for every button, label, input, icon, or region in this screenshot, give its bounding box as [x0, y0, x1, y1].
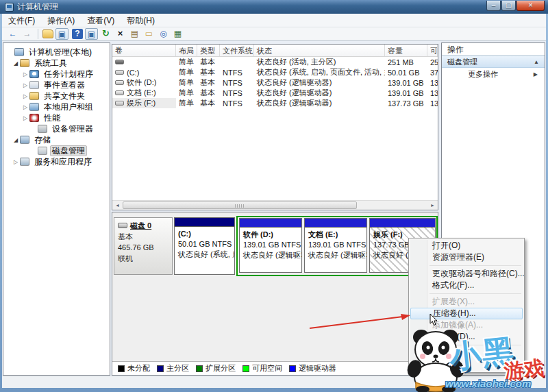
header-status[interactable]: 状态 — [254, 45, 385, 56]
disk0-info-box[interactable]: 磁盘 0 基本 465.76 GB 联机 — [114, 217, 173, 275]
menu-item-extend-volume: 扩展卷(X)... — [410, 296, 523, 308]
computer-management-window: 计算机管理 – ▢ × 文件(F) 操作(A) 查看(V) 帮助(H) ← → … — [0, 0, 548, 392]
tree-item-services-apps[interactable]: ▷ 服务和应用程序 — [3, 156, 110, 167]
extended-partition-group: 软件 (D:) 139.01 GB NTFS 状态良好 (逻辑驱动 文档 (E:… — [236, 216, 438, 276]
scrollbar-thumb[interactable] — [123, 201, 357, 209]
menu-view[interactable]: 查看(V) — [81, 14, 121, 27]
tree-item-storage[interactable]: ◢ 存储 — [3, 134, 110, 145]
table-row[interactable]: 软件 (D:) 简单 基本 NTFS 状态良好 (逻辑驱动器) 139.01 G… — [112, 77, 438, 88]
partition-c[interactable]: (C:) 50.01 GB NTFS 状态良好 (系统, 启动 — [174, 217, 235, 275]
header-type[interactable]: 类型 — [197, 45, 220, 56]
tree-item-device-manager[interactable]: 设备管理器 — [3, 123, 110, 134]
menu-item-delete-volume[interactable]: 删除卷(D)... — [410, 331, 523, 343]
delete-icon[interactable]: × — [114, 28, 127, 40]
expander-icon[interactable]: ◢ — [12, 60, 20, 66]
table-row-selected[interactable]: 娱乐 (F:) 简单 基本 NTFS 状态良好 (逻辑驱动器) 137.73 G… — [112, 98, 438, 108]
expander-icon[interactable]: ▷ — [21, 115, 29, 121]
local-users-icon — [29, 103, 39, 111]
expander-icon[interactable]: ▷ — [21, 93, 29, 99]
computer-icon — [14, 48, 24, 56]
logical-drive-strip — [370, 219, 435, 228]
properties-icon[interactable]: ▤ — [128, 28, 141, 40]
refresh-icon[interactable]: ↻ — [99, 28, 112, 40]
open-folder-icon[interactable]: ▭ — [142, 28, 155, 40]
tree-item-shared-folders[interactable]: ▷ 共享文件夹 — [3, 90, 110, 101]
scroll-left-icon[interactable]: ◄ — [112, 201, 123, 210]
system-tools-icon — [20, 59, 29, 67]
expander-icon[interactable]: ▷ — [21, 104, 29, 110]
forward-icon[interactable]: → — [21, 28, 34, 40]
tree-item-system-tools[interactable]: ◢ 系统工具 — [3, 58, 110, 69]
status-bar — [2, 376, 546, 388]
actions-header: 操作 — [442, 43, 545, 56]
expander-icon[interactable]: ▷ — [12, 159, 20, 165]
menu-item-shrink-volume[interactable]: 压缩卷(H)... — [410, 308, 523, 319]
menu-file[interactable]: 文件(F) — [2, 14, 41, 27]
header-free[interactable]: 可 — [427, 45, 438, 56]
header-layout[interactable]: 布局 — [176, 45, 197, 56]
menu-action[interactable]: 操作(A) — [41, 14, 81, 27]
tree-item-event-viewer[interactable]: ▷ 事件查看器 — [3, 79, 110, 90]
update-icon[interactable]: ▦ — [171, 28, 184, 40]
table-row[interactable]: (C:) 简单 基本 NTFS 状态良好 (系统, 启动, 页面文件, 活动, … — [112, 67, 438, 77]
toolbar-separator — [38, 29, 38, 39]
show-console-tree-icon[interactable] — [42, 29, 53, 38]
title-bar: 计算机管理 – ▢ × — [0, 0, 548, 14]
volume-icon — [115, 101, 124, 106]
header-filesystem[interactable]: 文件系统 — [220, 45, 254, 56]
console-window-icon[interactable]: ▣ — [55, 28, 68, 40]
menu-item-explorer[interactable]: 资源管理器(E) — [410, 252, 523, 263]
storage-icon — [20, 136, 29, 144]
more-actions-item[interactable]: 更多操作 ▶ — [442, 68, 545, 80]
menu-item-properties[interactable]: 属性(P) — [410, 347, 523, 359]
disk-management-icon — [38, 147, 47, 155]
partition-e[interactable]: 文档 (E:) 139.01 GB NTFS 状态良好 (逻辑驱动 — [304, 218, 367, 273]
table-row[interactable]: 文档 (E:) 简单 基本 NTFS 状态良好 (逻辑驱动器) 139.01 G… — [112, 88, 438, 98]
expander-icon[interactable]: ▷ — [21, 82, 29, 88]
volume-context-menu: 打开(O) 资源管理器(E) 更改驱动器号和路径(C)... 格式化(F)...… — [408, 238, 525, 373]
tree-item-local-users[interactable]: ▷ 本地用户和组 — [3, 101, 110, 112]
menu-item-format[interactable]: 格式化(F)... — [410, 280, 523, 291]
volume-icon — [115, 90, 124, 95]
partition-d[interactable]: 软件 (D:) 139.01 GB NTFS 状态良好 (逻辑驱动 — [239, 218, 302, 273]
scroll-right-icon[interactable]: ► — [427, 201, 438, 210]
legend-swatch-logical — [289, 365, 296, 372]
menu-separator — [429, 293, 521, 294]
tree-item-task-scheduler[interactable]: ▷ 任务计划程序 — [3, 69, 110, 79]
header-volume[interactable]: 卷 — [112, 45, 176, 56]
volume-table-header: 卷 布局 类型 文件系统 状态 容量 可 — [112, 45, 438, 57]
menu-separator — [429, 265, 521, 266]
legend-swatch-free — [242, 365, 249, 372]
back-icon[interactable]: ← — [6, 28, 19, 40]
menu-item-change-drive-letter[interactable]: 更改驱动器号和路径(C)... — [410, 268, 523, 280]
event-viewer-icon — [29, 81, 39, 89]
maximize-button[interactable]: ▢ — [501, 1, 516, 11]
actions-section-disk-management[interactable]: 磁盘管理 ▲ — [442, 56, 545, 68]
tree-item-disk-management[interactable]: 磁盘管理 — [3, 145, 110, 156]
device-manager-icon — [38, 125, 47, 133]
close-button[interactable]: × — [516, 1, 545, 11]
volume-icon — [115, 70, 124, 75]
shared-folders-icon — [29, 92, 39, 100]
expander-icon[interactable]: ◢ — [12, 137, 20, 143]
menu-item-add-mirror: 添加镜像(A)... — [410, 319, 523, 331]
performance-icon — [29, 114, 39, 122]
legend-bar: 未分配 主分区 扩展分区 可用空间 逻辑驱动器 — [112, 361, 438, 375]
minimize-button[interactable]: – — [486, 1, 501, 11]
help-icon[interactable]: ? — [72, 29, 83, 39]
find-icon[interactable]: ◎ — [157, 28, 170, 40]
tree-item-computer-management[interactable]: 计算机管理(本地) — [3, 47, 110, 58]
header-capacity[interactable]: 容量 — [385, 45, 427, 56]
window-title: 计算机管理 — [17, 1, 58, 13]
toolbar: ← → ▣ ? ▣ ↻ × ▤ ▭ ◎ ▦ — [2, 27, 546, 41]
menu-help[interactable]: 帮助(H) — [121, 14, 161, 27]
horizontal-scrollbar[interactable]: ◄ ► — [112, 200, 438, 210]
expander-icon[interactable]: ▷ — [21, 71, 29, 77]
menu-item-help: 帮助(H) — [410, 359, 523, 371]
action-pane-toggle-icon[interactable]: ▣ — [85, 28, 98, 40]
menu-item-open[interactable]: 打开(O) — [410, 240, 523, 252]
menu-separator — [429, 345, 521, 345]
collapse-icon[interactable]: ▲ — [534, 59, 539, 65]
table-row[interactable]: 简单 基本 状态良好 (活动, 主分区) 251 MB 25 — [112, 57, 438, 67]
tree-item-performance[interactable]: ▷ 性能 — [3, 112, 110, 123]
